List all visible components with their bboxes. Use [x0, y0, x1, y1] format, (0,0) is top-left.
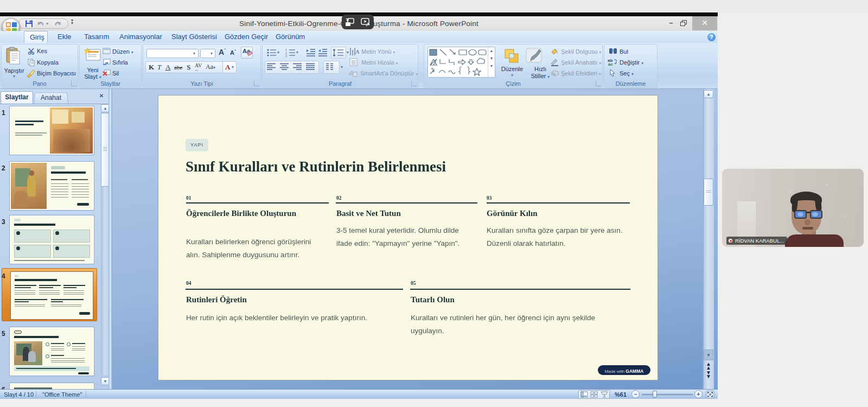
svg-text:ac: ac: [608, 62, 613, 66]
svg-text:3: 3: [285, 54, 287, 57]
svg-text:A: A: [355, 48, 359, 55]
